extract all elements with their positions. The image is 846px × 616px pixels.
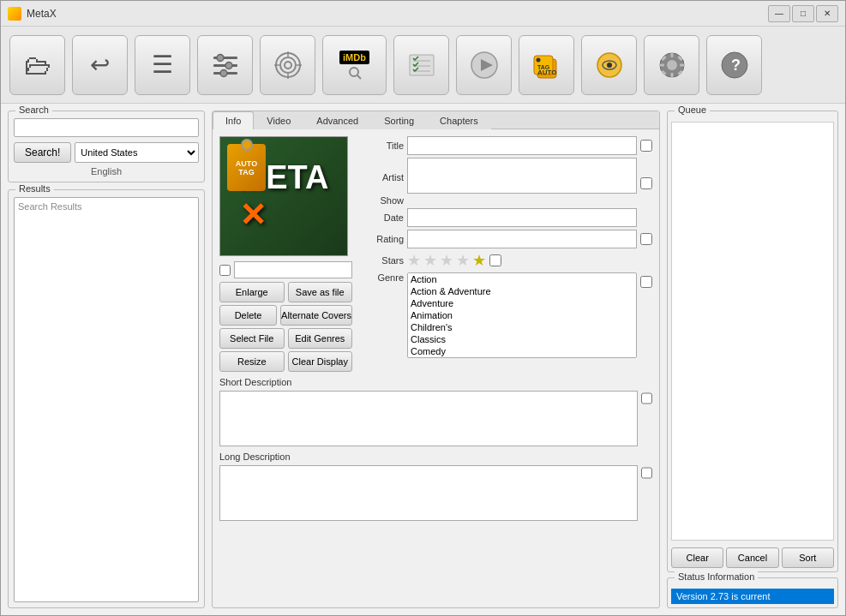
autotag-icon: AUTO TAG [531,49,563,81]
genre-item[interactable]: Adventure [408,297,636,309]
title-checkbox[interactable] [640,140,652,152]
long-description-checkbox[interactable] [641,467,653,479]
resize-button[interactable]: Resize [219,351,285,372]
artist-checkbox[interactable] [640,177,652,189]
toolbar: 🗁 ↩ ☰ [1,27,845,104]
select-file-button[interactable]: Select File [219,328,285,349]
star-3[interactable]: ★ [440,251,453,270]
window-controls: — □ ✕ [768,5,838,22]
star-5[interactable]: ★ [472,251,486,270]
search-input[interactable] [14,118,199,137]
svg-point-23 [536,57,540,62]
autotag-button[interactable]: AUTO TAG [519,35,574,95]
svg-point-5 [220,69,227,76]
svg-text:?: ? [731,57,741,74]
rating-label: Rating [361,234,404,244]
star-1[interactable]: ★ [407,251,421,270]
sliders-button[interactable] [197,35,253,95]
rating-checkbox[interactable] [640,233,652,245]
rating-row: Rating [361,230,652,248]
cover-checkbox[interactable] [219,265,231,276]
short-description-checkbox[interactable] [641,392,653,404]
tab-sorting[interactable]: Sorting [371,111,427,129]
title-input[interactable] [407,136,637,155]
tab-info[interactable]: Info [213,111,254,129]
genre-item[interactable]: Classics [408,333,636,345]
short-description-textarea[interactable] [219,391,638,446]
close-button[interactable]: ✕ [816,5,838,22]
stars-label: Stars [361,255,404,266]
enlarge-button[interactable]: Enlarge [219,282,285,302]
open-folder-icon: 🗁 [24,51,51,79]
genre-item[interactable]: Crime [408,357,636,358]
edit-genres-button[interactable]: Edit Genres [288,328,353,349]
stars-checkbox[interactable] [489,254,501,266]
long-description-textarea[interactable] [219,465,638,521]
cover-text-input[interactable] [234,261,352,278]
tab-advanced[interactable]: Advanced [303,111,371,129]
cancel-queue-button[interactable]: Cancel [726,547,778,568]
search-button[interactable]: Search! [14,142,71,163]
main-window: MetaX — □ ✕ 🗁 ↩ ☰ [0,0,846,616]
genre-row: Genre Action Action & Adventure Adventur… [361,272,652,358]
sort-queue-button[interactable]: Sort [782,547,834,568]
eye-button[interactable] [581,35,637,95]
genre-item[interactable]: Action [408,273,636,285]
star-2[interactable]: ★ [423,251,437,270]
svg-point-8 [285,62,291,69]
window-title: MetaX [27,8,768,20]
play-icon [469,50,500,81]
genre-list[interactable]: Action Action & Adventure Adventure Anim… [407,272,637,358]
svg-point-28 [607,63,612,68]
clear-display-button[interactable]: Clear Display [288,351,353,372]
target-icon [273,50,303,81]
star-4[interactable]: ★ [456,251,470,270]
imdb-icon: iMDb [339,51,369,64]
delete-button[interactable]: Delete [219,305,277,326]
help-button[interactable]: ? [706,35,762,95]
long-description-label: Long Description [219,452,652,462]
results-list[interactable]: Search Results [14,197,199,602]
genre-checkbox[interactable] [640,276,652,288]
eye-icon [594,50,625,81]
settings-button[interactable] [644,35,699,95]
genre-item[interactable]: Children's [408,321,636,333]
svg-point-7 [280,57,296,73]
search-group-label: Search [15,105,52,115]
checklist-button[interactable] [393,35,449,95]
country-select[interactable]: United States United Kingdom Canada [75,142,199,163]
tabs-header: Info Video Advanced Sorting Chapters [213,111,659,129]
cover-tag: AUTOTAG [227,144,266,191]
date-input[interactable] [407,208,637,227]
long-description-row [219,465,652,521]
open-folder-button[interactable]: 🗁 [9,35,65,95]
target-button[interactable] [260,35,315,95]
right-panel: Queue Clear Cancel Sort Status Informati… [667,111,838,608]
tab-chapters[interactable]: Chapters [427,111,491,129]
sliders-icon [210,50,241,81]
save-as-file-button[interactable]: Save as file [288,282,353,302]
clear-queue-button[interactable]: Clear [671,547,723,568]
maximize-button[interactable]: □ [792,5,814,22]
genre-label: Genre [361,272,404,283]
queue-list [671,122,834,541]
genre-item[interactable]: Comedy [408,345,636,357]
artist-textarea[interactable] [407,158,637,194]
play-button[interactable] [456,35,512,95]
list-button[interactable]: ☰ [135,35,190,95]
back-button[interactable]: ↩ [72,35,128,95]
genre-item[interactable]: Animation [408,309,636,321]
alternate-covers-button[interactable]: Alternate Covers [280,305,352,326]
imdb-button[interactable]: iMDb [322,35,387,95]
rating-input[interactable] [407,230,637,248]
language-label: English [14,166,199,176]
title-bar: MetaX — □ ✕ [1,1,845,27]
minimize-button[interactable]: — [768,5,790,22]
short-description-row [219,391,652,446]
genre-item[interactable]: Action & Adventure [408,285,636,297]
date-row: Date [361,208,652,227]
tab-video[interactable]: Video [254,111,303,129]
svg-text:TAG: TAG [537,64,550,70]
app-icon [8,7,21,21]
cover-image: AUTOTAG META✕ [219,136,348,256]
